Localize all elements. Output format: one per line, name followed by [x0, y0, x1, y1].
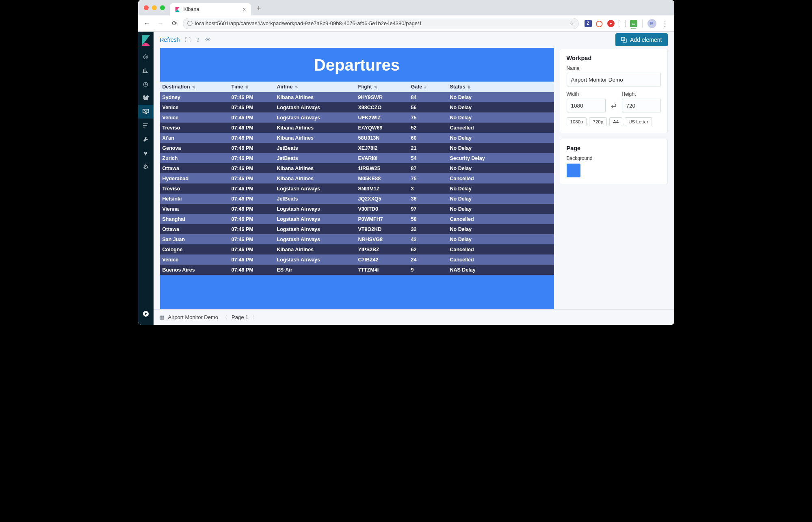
browser-menu-icon[interactable]: ⋮ [659, 19, 671, 28]
sidebar-ml-icon[interactable] [138, 119, 154, 132]
page-grid-icon[interactable]: ▦ [159, 314, 164, 320]
preset-us-letter[interactable]: US Letter [625, 117, 652, 126]
table-row[interactable]: Helsinki07:46 PMJetBeatsJQ2XXQ536No Dela… [160, 194, 554, 204]
cell-status: No Delay [448, 186, 554, 192]
height-input[interactable] [622, 99, 661, 112]
cell-gate: 32 [409, 226, 448, 232]
export-icon[interactable]: ⇪ [195, 37, 200, 43]
maximize-window-icon[interactable] [160, 5, 165, 10]
table-row[interactable]: Treviso07:46 PMKibana AirlinesEAYQW6952C… [160, 123, 554, 133]
cell-flight: YIPS2BZ [356, 247, 409, 252]
preset-720p[interactable]: 720p [589, 117, 607, 126]
star-icon[interactable]: ☆ [569, 20, 574, 26]
preset-a4[interactable]: A4 [609, 117, 622, 126]
browser-tab[interactable]: Kibana × [170, 3, 251, 15]
cell-airline: JetBeats [275, 155, 356, 161]
svg-point-5 [143, 97, 148, 100]
extension-opera-icon[interactable]: ◯ [596, 20, 603, 27]
table-row[interactable]: Shanghai07:46 PMLogstash AirwaysP0WMFH75… [160, 214, 554, 224]
fullscreen-icon[interactable]: ⛶ [185, 37, 191, 43]
col-time[interactable]: Time [232, 84, 243, 90]
sidebar-canvas-icon[interactable] [138, 105, 154, 119]
cell-flight: 1IRBW25 [356, 166, 409, 171]
minimize-window-icon[interactable] [152, 5, 157, 10]
page-card: Page Background [560, 139, 668, 184]
cell-time: 07:46 PM [229, 145, 275, 151]
col-flight[interactable]: Flight [358, 84, 372, 90]
table-row[interactable]: San Juan07:46 PMLogstash AirwaysNRHSVG84… [160, 234, 554, 244]
sidebar-discover-icon[interactable]: ◎ [138, 50, 154, 63]
sidebar-visualize-icon[interactable] [138, 63, 154, 77]
cell-destination: Venice [160, 257, 229, 263]
sidebar-timelion-icon[interactable] [138, 91, 154, 105]
close-tab-icon[interactable]: × [243, 6, 246, 13]
cell-time: 07:46 PM [229, 257, 275, 263]
forward-button[interactable]: → [155, 18, 167, 29]
table-row[interactable]: Genova07:46 PMJetBeatsXEJ78I221No Delay [160, 143, 554, 153]
cell-airline: JetBeats [275, 145, 356, 151]
cell-gate: 75 [409, 115, 448, 121]
content-area: Refresh ⛶ ⇪ 👁 Add element Departures Des… [154, 32, 674, 325]
sidebar-devtools-icon[interactable] [138, 132, 154, 146]
cell-flight: 58U013N [356, 135, 409, 141]
new-tab-button[interactable]: ＋ [253, 2, 264, 13]
canvas-stage[interactable]: Departures Destination ⇅ Time ⇅ Airline … [160, 48, 554, 309]
table-row[interactable]: Xi'an07:46 PMKibana Airlines58U013N60No … [160, 133, 554, 143]
width-input[interactable] [567, 99, 606, 112]
url-text: localhost:5601/app/canvas#/workpad/workp… [195, 20, 422, 26]
cell-flight: 7TTZM4I [356, 267, 409, 273]
preset-1080p[interactable]: 1080p [567, 117, 587, 126]
add-element-button[interactable]: Add element [615, 33, 668, 46]
right-panel: Workpad Name Width ⇄ Height [560, 48, 668, 309]
reload-button[interactable]: ⟳ [169, 18, 180, 29]
kibana-logo[interactable] [138, 32, 154, 50]
cell-destination: Genova [160, 145, 229, 151]
table-row[interactable]: Ottawa07:46 PMKibana Airlines1IRBW2587No… [160, 163, 554, 173]
table-row[interactable]: Hyderabad07:46 PMKibana AirlinesM05KE887… [160, 173, 554, 183]
table-row[interactable]: Treviso07:46 PMLogstash AirwaysSNI3M1Z3N… [160, 183, 554, 194]
sidebar-collapse-icon[interactable] [138, 307, 154, 321]
extension-square-icon[interactable] [619, 20, 626, 27]
refresh-button[interactable]: Refresh [160, 37, 180, 43]
table-row[interactable]: Venice07:46 PMLogstash AirwaysX98CCZO56N… [160, 102, 554, 112]
cell-time: 07:46 PM [229, 267, 275, 273]
extension-green-icon[interactable]: ▭ [630, 20, 637, 27]
col-destination[interactable]: Destination [162, 84, 190, 90]
table-row[interactable]: Sydney07:46 PMKibana Airlines9HY9SWR84No… [160, 92, 554, 102]
bottom-page-label[interactable]: Page 1 [232, 314, 248, 320]
next-page-icon[interactable]: 〉 [252, 314, 258, 321]
extension-red-icon[interactable]: ● [607, 20, 615, 27]
sidebar-monitoring-icon[interactable]: ♥ [138, 146, 154, 160]
browser-window: Kibana × ＋ ← → ⟳ ⓘ localhost:5601/app/ca… [138, 0, 674, 325]
background-swatch[interactable] [567, 164, 580, 177]
table-row[interactable]: Ottawa07:46 PMLogstash AirwaysVT9O2KD32N… [160, 224, 554, 234]
back-button[interactable]: ← [141, 18, 153, 29]
table-row[interactable]: Zurich07:46 PMJetBeatsEVARI8I54Security … [160, 153, 554, 163]
col-airline[interactable]: Airline [277, 84, 293, 90]
address-bar[interactable]: ⓘ localhost:5601/app/canvas#/workpad/wor… [183, 18, 579, 29]
profile-avatar[interactable]: E [647, 19, 656, 28]
table-row[interactable]: Vienna07:46 PMLogstash AirwaysV30ITD097N… [160, 204, 554, 214]
sidebar-dashboard-icon[interactable]: ◷ [138, 77, 154, 91]
col-gate[interactable]: Gate [411, 84, 422, 90]
table-row[interactable]: Venice07:46 PMLogstash AirwaysC7IBZ4224C… [160, 255, 554, 265]
cell-airline: Logstash Airways [275, 226, 356, 232]
table-row[interactable]: Cologne07:46 PMKibana AirlinesYIPS2BZ62C… [160, 244, 554, 255]
cell-status: No Delay [448, 166, 554, 171]
workpad-name-input[interactable] [567, 73, 661, 86]
swap-dimensions-icon[interactable]: ⇄ [609, 99, 619, 112]
workpad-heading: Workpad [567, 55, 661, 61]
sidebar-management-icon[interactable]: ⚙ [138, 160, 154, 174]
eye-icon[interactable]: 👁 [205, 37, 211, 43]
bottom-workpad-name[interactable]: Airport Monitor Demo [168, 314, 219, 320]
col-status[interactable]: Status [450, 84, 466, 90]
table-row[interactable]: Venice07:46 PMLogstash AirwaysUFK2WIZ75N… [160, 112, 554, 123]
cell-status: Cancelled [448, 176, 554, 181]
close-window-icon[interactable] [144, 5, 149, 10]
prev-page-icon[interactable]: 〈 [222, 314, 227, 321]
extension-z-icon[interactable]: Z [585, 20, 592, 27]
cell-flight: EAYQW69 [356, 125, 409, 131]
table-header: Destination ⇅ Time ⇅ Airline ⇅ Flight ⇅ … [160, 82, 554, 92]
cell-gate: 52 [409, 125, 448, 131]
table-row[interactable]: Buenos Aires07:46 PMES-Air7TTZM4I9NAS De… [160, 265, 554, 275]
